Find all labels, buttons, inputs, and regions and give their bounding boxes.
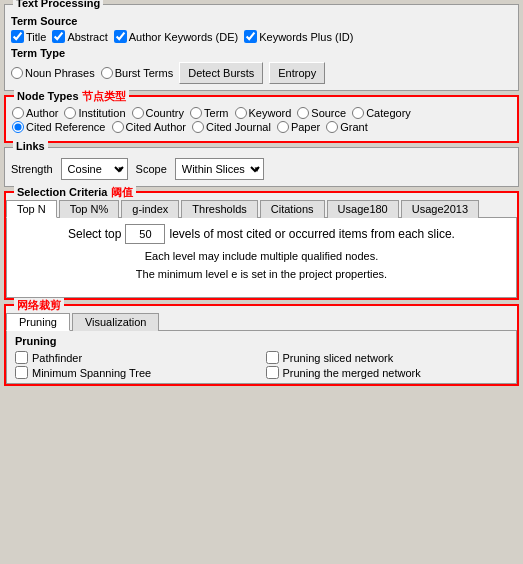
- cited-author-radio-item[interactable]: Cited Author: [112, 121, 187, 133]
- term-type-row: Noun Phrases Burst Terms Detect Bursts E…: [11, 62, 512, 84]
- top-n-input[interactable]: [125, 224, 165, 244]
- minimum-spanning-label: Minimum Spanning Tree: [32, 367, 151, 379]
- keywords-plus-label: Keywords Plus (ID): [259, 31, 353, 43]
- keywords-plus-checkbox[interactable]: [244, 30, 257, 43]
- text-processing-content: Term Source Title Abstract Author Keywor…: [11, 15, 512, 84]
- tab-top-n-percent[interactable]: Top N%: [59, 200, 120, 218]
- selection-criteria-title: Selection Criteria 阈值: [14, 185, 136, 200]
- top-n-tab-content: Select top levels of most cited or occur…: [6, 218, 517, 298]
- grant-label: Grant: [340, 121, 368, 133]
- text-processing-title: Text Processing: [13, 0, 103, 9]
- noun-phrases-radio[interactable]: [11, 67, 23, 79]
- node-types-content: Author Institution Country Term Keyword: [12, 107, 511, 133]
- source-radio[interactable]: [297, 107, 309, 119]
- grant-radio[interactable]: [326, 121, 338, 133]
- select-top-suffix: levels of most cited or occurred items f…: [169, 227, 454, 241]
- term-label: Term: [204, 107, 228, 119]
- abstract-checkbox[interactable]: [52, 30, 65, 43]
- node-types-row1: Author Institution Country Term Keyword: [12, 107, 511, 119]
- country-radio[interactable]: [132, 107, 144, 119]
- paper-radio-item[interactable]: Paper: [277, 121, 320, 133]
- cited-reference-radio-item[interactable]: Cited Reference: [12, 121, 106, 133]
- noun-phrases-label: Noun Phrases: [25, 67, 95, 79]
- top-n-line3: The minimum level e is set in the projec…: [15, 266, 508, 284]
- category-label: Category: [366, 107, 411, 119]
- selection-criteria-section: Selection Criteria 阈值 Top N Top N% g-ind…: [4, 191, 519, 300]
- author-label: Author: [26, 107, 58, 119]
- keyword-radio-item[interactable]: Keyword: [235, 107, 292, 119]
- pruning-merged-item[interactable]: Pruning the merged network: [266, 366, 509, 379]
- tab-usage2013[interactable]: Usage2013: [401, 200, 479, 218]
- noun-phrases-radio-item[interactable]: Noun Phrases: [11, 67, 95, 79]
- links-section: Links Strength Cosine Pearson Jaccard Sc…: [4, 147, 519, 187]
- strength-select-wrapper[interactable]: Cosine Pearson Jaccard: [61, 158, 128, 180]
- pruning-tab-visualization[interactable]: Visualization: [72, 313, 160, 331]
- term-type-label: Term Type: [11, 47, 512, 59]
- links-row: Strength Cosine Pearson Jaccard Scope Wi…: [11, 158, 512, 180]
- title-checkbox[interactable]: [11, 30, 24, 43]
- title-label: Title: [26, 31, 46, 43]
- pruning-sliced-checkbox[interactable]: [266, 351, 279, 364]
- country-label: Country: [146, 107, 185, 119]
- keywords-plus-checkbox-item[interactable]: Keywords Plus (ID): [244, 30, 353, 43]
- cited-author-label: Cited Author: [126, 121, 187, 133]
- cited-reference-radio[interactable]: [12, 121, 24, 133]
- cited-author-radio[interactable]: [112, 121, 124, 133]
- tab-top-n[interactable]: Top N: [6, 200, 57, 218]
- keyword-radio[interactable]: [235, 107, 247, 119]
- scope-select-wrapper[interactable]: Within Slices Over Slices: [175, 158, 264, 180]
- author-radio-item[interactable]: Author: [12, 107, 58, 119]
- tab-thresholds[interactable]: Thresholds: [181, 200, 257, 218]
- term-source-options: Title Abstract Author Keywords (DE) Keyw…: [11, 30, 512, 43]
- pruning-section: 网络裁剪 Pruning Visualization Pruning Pathf…: [4, 304, 519, 386]
- pruning-content-label: Pruning: [15, 335, 508, 347]
- links-title: Links: [13, 140, 48, 152]
- institution-radio[interactable]: [64, 107, 76, 119]
- pathfinder-checkbox[interactable]: [15, 351, 28, 364]
- scope-select[interactable]: Within Slices Over Slices: [175, 158, 264, 180]
- pruning-tab-pruning[interactable]: Pruning: [6, 313, 70, 331]
- selection-criteria-tabs: Top N Top N% g-index Thresholds Citation…: [6, 199, 517, 218]
- title-checkbox-item[interactable]: Title: [11, 30, 46, 43]
- abstract-checkbox-item[interactable]: Abstract: [52, 30, 107, 43]
- institution-label: Institution: [78, 107, 125, 119]
- pruning-tabs: Pruning Visualization: [6, 312, 517, 331]
- tab-usage180[interactable]: Usage180: [327, 200, 399, 218]
- node-types-title: Node Types 节点类型: [14, 89, 129, 104]
- node-types-section: Node Types 节点类型 Author Institution Count…: [4, 95, 519, 143]
- tab-citations[interactable]: Citations: [260, 200, 325, 218]
- pruning-merged-checkbox[interactable]: [266, 366, 279, 379]
- author-keywords-checkbox-item[interactable]: Author Keywords (DE): [114, 30, 238, 43]
- paper-radio[interactable]: [277, 121, 289, 133]
- top-n-line2: Each level may include multiple qualifie…: [15, 248, 508, 266]
- text-processing-section: Text Processing Term Source Title Abstra…: [4, 4, 519, 91]
- source-radio-item[interactable]: Source: [297, 107, 346, 119]
- country-radio-item[interactable]: Country: [132, 107, 185, 119]
- term-source-label: Term Source: [11, 15, 512, 27]
- author-radio[interactable]: [12, 107, 24, 119]
- author-keywords-checkbox[interactable]: [114, 30, 127, 43]
- entropy-button[interactable]: Entropy: [269, 62, 325, 84]
- pruning-sliced-item[interactable]: Pruning sliced network: [266, 351, 509, 364]
- minimum-spanning-item[interactable]: Minimum Spanning Tree: [15, 366, 258, 379]
- term-radio[interactable]: [190, 107, 202, 119]
- pathfinder-item[interactable]: Pathfinder: [15, 351, 258, 364]
- selection-criteria-cn-label: 阈值: [111, 186, 133, 198]
- category-radio[interactable]: [352, 107, 364, 119]
- source-label: Source: [311, 107, 346, 119]
- minimum-spanning-checkbox[interactable]: [15, 366, 28, 379]
- pathfinder-label: Pathfinder: [32, 352, 82, 364]
- burst-terms-radio-item[interactable]: Burst Terms: [101, 67, 173, 79]
- cited-journal-radio[interactable]: [192, 121, 204, 133]
- grant-radio-item[interactable]: Grant: [326, 121, 368, 133]
- term-radio-item[interactable]: Term: [190, 107, 228, 119]
- institution-radio-item[interactable]: Institution: [64, 107, 125, 119]
- tab-g-index[interactable]: g-index: [121, 200, 179, 218]
- cited-journal-radio-item[interactable]: Cited Journal: [192, 121, 271, 133]
- pruning-cn-label: 网络裁剪: [17, 299, 61, 311]
- node-types-row2: Cited Reference Cited Author Cited Journ…: [12, 121, 511, 133]
- detect-bursts-button[interactable]: Detect Bursts: [179, 62, 263, 84]
- burst-terms-radio[interactable]: [101, 67, 113, 79]
- strength-select[interactable]: Cosine Pearson Jaccard: [61, 158, 128, 180]
- category-radio-item[interactable]: Category: [352, 107, 411, 119]
